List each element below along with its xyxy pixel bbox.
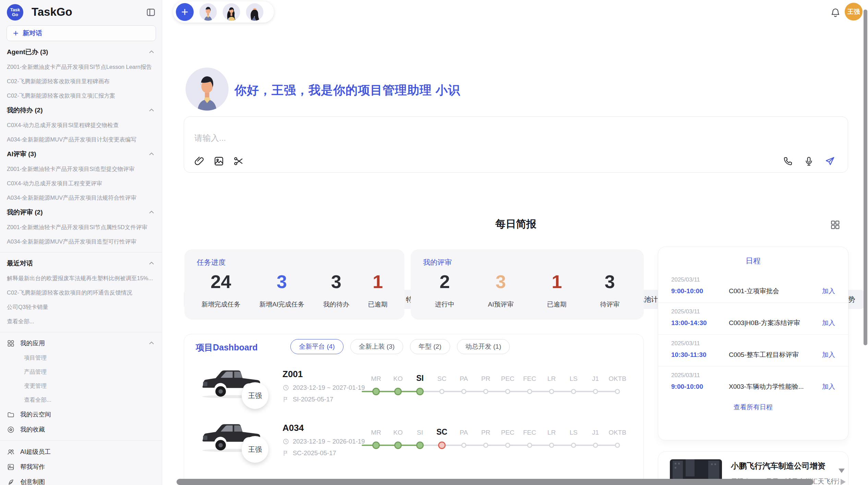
recent-chat-item[interactable]: 查看全部... <box>0 314 162 328</box>
milestone-dot-ls[interactable] <box>571 389 576 394</box>
milestone-dot-sc[interactable] <box>439 389 445 394</box>
voice-call-icon[interactable] <box>782 156 794 167</box>
sidebar-item[interactable]: A034-全新新能源MUV产品开发项目造型可行性评审 <box>0 234 162 249</box>
sidebar-section-header[interactable]: 我的评审 (2) <box>0 205 162 220</box>
sidebar-item[interactable]: C02-飞腾新能源轻客改款项目里程碑画布 <box>0 74 162 88</box>
milestone-dot-mr[interactable] <box>372 388 380 395</box>
stat-item[interactable]: 3新增AI完成任务 <box>259 271 304 309</box>
sidebar-section-header[interactable]: AI评审 (3) <box>0 147 162 162</box>
join-link[interactable]: 加入 <box>822 287 835 296</box>
scroll-down-arrow-icon[interactable] <box>839 469 845 473</box>
message-input[interactable] <box>194 131 674 145</box>
sidebar-item-cloud-space[interactable]: 我的云空间 <box>0 407 162 422</box>
project-row[interactable]: 王强A0342023-12-19 ~ 2026-01-19SC-2025-05-… <box>198 416 640 471</box>
sidebar-item[interactable]: A034-全新新能源MUV产品开发项目计划变更表编写 <box>0 132 162 147</box>
milestone-dot-fec[interactable] <box>527 389 532 394</box>
milestone-dot-pec[interactable] <box>505 389 510 394</box>
send-icon[interactable] <box>824 156 835 167</box>
milestone-dot-lr[interactable] <box>549 443 554 448</box>
join-link[interactable]: 加入 <box>822 382 835 391</box>
app-sub-item[interactable]: 查看全部... <box>0 393 162 407</box>
new-chat-button[interactable]: 新对话 <box>7 25 156 41</box>
sidebar-tool-people[interactable]: AI超级员工 <box>0 444 162 459</box>
milestone-dot-pec[interactable] <box>505 443 510 448</box>
stat-item[interactable]: 3AI预评审 <box>488 271 514 309</box>
screenshot-scissors-icon[interactable] <box>233 156 244 167</box>
dashboard-tab[interactable]: 动总开发 (1) <box>457 339 510 354</box>
vertical-scrollbar-thumb[interactable] <box>864 10 867 345</box>
dashboard-tab[interactable]: 年型 (2) <box>410 339 450 354</box>
woman-dark-top-avatar[interactable] <box>246 3 264 21</box>
sidebar-item-my-apps[interactable]: 我的应用 <box>0 336 162 351</box>
milestone-dot-pr[interactable] <box>483 443 489 448</box>
milestone-dot-si[interactable] <box>416 388 424 395</box>
stat-item[interactable]: 3待评审 <box>600 271 619 309</box>
milestone-dot-j1[interactable] <box>593 443 598 448</box>
project-owner-badge[interactable]: 王强 <box>242 436 268 463</box>
app-sub-item[interactable]: 产品管理 <box>0 365 162 379</box>
microphone-icon[interactable] <box>803 156 815 167</box>
scroll-right-arrow-icon[interactable] <box>841 479 846 485</box>
sidebar-section-header[interactable]: 我的待办 (2) <box>0 103 162 118</box>
sidebar-collapse-icon[interactable] <box>146 8 156 17</box>
sidebar-item[interactable]: C0X4-动力总成开发项目SI里程碑提交物检查 <box>0 118 162 132</box>
sidebar-item[interactable]: C02-飞腾新能源轻客改款项目立项汇报方案 <box>0 88 162 103</box>
view-all-schedule-link[interactable]: 查看所有日程 <box>658 403 848 412</box>
schedule-item[interactable]: 2025/03/1113:00-14:30C003|H0B-方案冻结评审加入 <box>658 303 848 335</box>
chevron-up-icon[interactable] <box>148 150 155 158</box>
milestone-dot-oktb[interactable] <box>615 389 620 394</box>
milestone-dot-lr[interactable] <box>549 389 554 394</box>
sidebar-item[interactable]: Z001-全新燃油轻卡产品开发项目SI节点属性5D文件评审 <box>0 220 162 234</box>
recent-chat-item[interactable]: 解释最新出台的欧盟报废车法规再生塑料比例被调至15%... <box>0 271 162 285</box>
milestone-dot-mr[interactable] <box>372 442 380 449</box>
stat-item[interactable]: 2进行中 <box>435 271 455 309</box>
milestone-dot-si[interactable] <box>416 442 424 449</box>
sidebar-item[interactable]: Z001-全新燃油皮卡产品开发项目SI节点Lesson Learn报告 <box>0 60 162 74</box>
chevron-up-icon[interactable] <box>148 339 155 347</box>
schedule-item[interactable]: 2025/03/119:00-10:00X003-车辆动力学性能验...加入 <box>658 366 848 398</box>
milestone-dot-j1[interactable] <box>593 389 598 394</box>
woman-long-hair-avatar[interactable] <box>222 3 240 21</box>
join-link[interactable]: 加入 <box>822 350 835 359</box>
attachment-icon[interactable] <box>194 156 205 167</box>
chevron-up-icon[interactable] <box>148 209 155 216</box>
dashboard-tab[interactable]: 全新上装 (3) <box>350 339 403 354</box>
image-upload-icon[interactable] <box>213 156 225 167</box>
stat-item[interactable]: 24新增完成任务 <box>201 271 240 309</box>
project-owner-badge[interactable]: 王强 <box>242 382 268 409</box>
sidebar-item[interactable]: Z001-全新燃油轻卡产品开发项目SI造型提交物评审 <box>0 162 162 176</box>
milestone-dot-ko[interactable] <box>394 442 402 449</box>
sidebar-section-header[interactable]: Agent已办 (3) <box>0 45 162 60</box>
schedule-item[interactable]: 2025/03/1110:30-11:30C005-整车工程目标评审加入 <box>658 335 848 366</box>
join-link[interactable]: 加入 <box>822 319 835 327</box>
stat-item[interactable]: 1已逾期 <box>368 271 388 309</box>
notification-bell-icon[interactable] <box>830 7 841 18</box>
milestone-dot-ls[interactable] <box>571 443 576 448</box>
recent-chat-item[interactable]: C02-飞腾新能源轻客改款项目的闭环通告反馈情况 <box>0 285 162 300</box>
sidebar-tool-image[interactable]: 帮我写作 <box>0 459 162 474</box>
sidebar-item[interactable]: A034-全新新能源MUV产品开发项目法规符合性评审 <box>0 190 162 205</box>
user-avatar[interactable]: 王强 <box>845 3 863 21</box>
sidebar-scroll-area[interactable]: Agent已办 (3)Z001-全新燃油皮卡产品开发项目SI节点Lesson L… <box>0 45 162 485</box>
briefing-layout-icon[interactable] <box>830 219 841 230</box>
milestone-dot-oktb[interactable] <box>615 443 620 448</box>
add-agent-button[interactable] <box>176 3 194 21</box>
man-avatar[interactable] <box>199 3 217 21</box>
app-sub-item[interactable]: 项目管理 <box>0 351 162 365</box>
recent-chat-item[interactable]: 公司Q3轻卡销量 <box>0 300 162 314</box>
schedule-item[interactable]: 2025/03/119:00-10:00C001-立项审批会加入 <box>658 271 848 303</box>
project-row[interactable]: 王强Z0012023-12-19 ~ 2027-01-19SI-2025-05-… <box>198 363 640 417</box>
milestone-dot-ko[interactable] <box>394 388 402 395</box>
sidebar-tool-feather[interactable]: 创意制图 <box>0 474 162 485</box>
milestone-dot-sc[interactable] <box>438 442 446 449</box>
milestone-dot-fec[interactable] <box>527 443 532 448</box>
stat-item[interactable]: 3我的待办 <box>323 271 349 309</box>
milestone-dot-pr[interactable] <box>483 389 489 394</box>
milestone-dot-pa[interactable] <box>461 443 467 448</box>
sidebar-item[interactable]: C0X4-动力总成开发项目工程变更评审 <box>0 176 162 190</box>
horizontal-scrollbar-thumb[interactable] <box>177 479 813 485</box>
app-sub-item[interactable]: 变更管理 <box>0 379 162 393</box>
chevron-up-icon[interactable] <box>148 107 155 114</box>
stat-item[interactable]: 1已逾期 <box>547 271 567 309</box>
milestone-dot-pa[interactable] <box>461 389 467 394</box>
